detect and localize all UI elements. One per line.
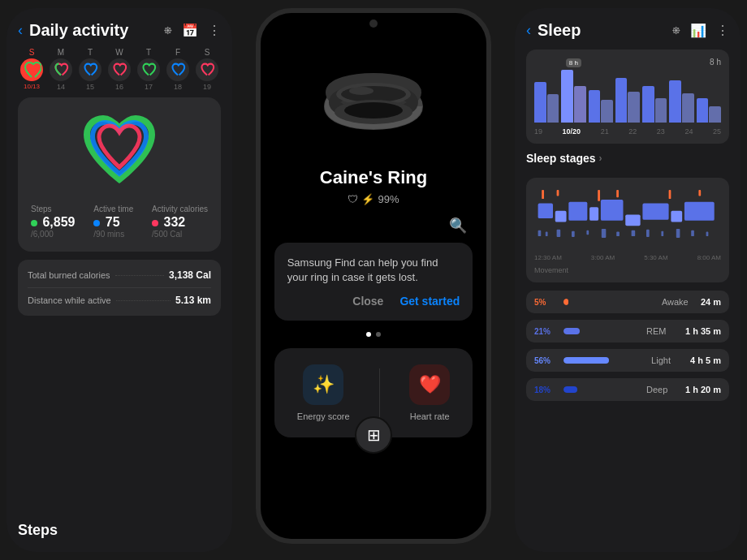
daily-activity-panel: ‹ Daily activity ⎈ 📅 ⋮ S 10/13 M [6, 8, 232, 552]
header-left: ‹ Daily activity [18, 21, 128, 40]
svg-rect-18 [589, 207, 598, 221]
date-19: 19 [534, 127, 542, 136]
chart-dates: 19 10/20 21 22 23 24 25 [534, 127, 721, 136]
sleep-more-icon[interactable]: ⋮ [716, 23, 729, 38]
total-burned-label: Total burned calories [28, 270, 110, 280]
day-item-wed[interactable]: W 16 [106, 48, 133, 91]
awake-name: Awake [662, 297, 694, 307]
active-time-dot [93, 220, 100, 226]
sleep-bar-chart-area: 8 h 8 h [526, 50, 729, 144]
light-time: 4 h 5 m [690, 355, 721, 365]
activity-cal-stat: Activity calories 332 /500 Cal [152, 205, 208, 239]
movement-label: Movement [534, 266, 721, 274]
day-item-mon[interactable]: M 14 [47, 48, 75, 91]
page-title: Daily activity [29, 21, 128, 40]
share-icon[interactable]: ⎈ [164, 23, 172, 38]
day-item-tue[interactable]: T 15 [76, 48, 104, 91]
light-bar-fill [563, 357, 609, 364]
day-date: 10/13 [24, 83, 40, 90]
sleep-title: Sleep [538, 21, 581, 40]
svg-rect-26 [557, 230, 561, 237]
svg-rect-36 [706, 232, 709, 237]
svg-rect-32 [646, 230, 650, 237]
bar-21 [589, 70, 613, 123]
awake-stage-row: 5% Awake 24 m [526, 291, 729, 313]
bar-group-23 [642, 70, 667, 123]
back-button[interactable]: ‹ [18, 22, 23, 39]
svg-rect-12 [616, 190, 619, 197]
rem-stage-row: 21% REM 1 h 35 m [526, 320, 729, 342]
day-date: 19 [203, 83, 211, 91]
bar-fill [561, 70, 573, 123]
find-popup: Samsung Find can help you find your ring… [274, 243, 473, 321]
deep-name: Deep [646, 385, 679, 394]
energy-label: Energy score [297, 411, 350, 421]
svg-rect-25 [546, 232, 548, 237]
steps-stat: Steps 6,859 /6,000 [31, 205, 76, 239]
heart-rate-shortcut[interactable]: ❤️ Heart rate [409, 364, 450, 421]
ring-image [304, 45, 443, 159]
apps-fab-button[interactable]: ⊞ [355, 416, 392, 454]
deep-pct: 18% [534, 386, 557, 394]
day-item-sun[interactable]: S 10/13 [18, 48, 45, 91]
steps-section-label: Steps [18, 514, 221, 539]
svg-rect-29 [602, 229, 607, 238]
deep-bar-bg [563, 386, 640, 393]
popup-buttons: Close Get started [287, 295, 460, 308]
bar-fill [669, 80, 681, 123]
energy-score-shortcut[interactable]: ✨ Energy score [297, 364, 350, 421]
distance-value: 5.13 km [175, 295, 211, 306]
day-circle [79, 58, 101, 81]
sleep-stages-label: Sleep stages [526, 152, 596, 165]
close-button[interactable]: Close [352, 295, 383, 308]
svg-rect-11 [598, 190, 600, 201]
calendar-icon[interactable]: 📅 [182, 23, 198, 38]
bar-fill-light [601, 100, 613, 123]
stage-time-labels: 12:30 AM 3:00 AM 5:30 AM 8:00 AM [534, 254, 721, 261]
bar-group-22 [615, 70, 640, 123]
sleep-back-button[interactable]: ‹ [526, 22, 531, 39]
bar-fill-light [682, 93, 694, 123]
active-time-label: Active time [93, 205, 133, 213]
steps-label: Steps [31, 205, 52, 213]
day-date: 18 [174, 83, 182, 91]
day-circle-selected [20, 58, 43, 81]
get-started-button[interactable]: Get started [399, 295, 460, 308]
sleep-chart-icon[interactable]: 📊 [690, 23, 706, 38]
svg-rect-19 [601, 200, 624, 221]
svg-point-8 [349, 87, 374, 95]
sleep-header-left: ‹ Sleep [526, 21, 581, 40]
rem-bar-fill [563, 328, 580, 334]
more-icon[interactable]: ⋮ [208, 23, 221, 38]
svg-point-7 [344, 102, 403, 118]
stage-visual [534, 186, 721, 251]
active-time-value-row: 75 [93, 215, 119, 230]
separator [115, 275, 164, 276]
sleep-share-icon[interactable]: ⎈ [672, 23, 680, 38]
separator [116, 300, 171, 301]
distance-label: Distance while active [28, 295, 111, 305]
verified-icon: 🛡 [348, 193, 358, 205]
day-circle [108, 58, 131, 81]
day-date: 17 [145, 83, 153, 91]
heart-rate-label: Heart rate [410, 411, 450, 421]
day-item-sat[interactable]: S 19 [193, 48, 221, 91]
search-icon[interactable]: 🔍 [449, 217, 467, 235]
phone-content: Caine's Ring 🛡 ⚡ 99% 🔍 Samsung Find can … [261, 13, 486, 539]
date-22: 22 [628, 127, 637, 136]
sleep-header-actions: ⎈ 📊 ⋮ [672, 23, 729, 38]
time-300: 3:00 AM [591, 254, 615, 261]
day-item-fri[interactable]: F 18 [164, 48, 192, 91]
chevron-right-icon[interactable]: › [599, 153, 602, 164]
pagination-dots [366, 332, 381, 337]
day-item-thu[interactable]: T 17 [135, 48, 162, 91]
active-time-value: 75 [106, 215, 120, 229]
bar-group-19 [534, 70, 559, 123]
phone-notch [333, 13, 414, 34]
svg-rect-17 [568, 202, 587, 221]
awake-bar-fill [563, 299, 568, 305]
time-530: 5:30 AM [644, 254, 667, 261]
svg-rect-22 [671, 211, 682, 222]
center-panel: Caine's Ring 🛡 ⚡ 99% 🔍 Samsung Find can … [252, 8, 495, 552]
dot-1 [366, 332, 371, 337]
